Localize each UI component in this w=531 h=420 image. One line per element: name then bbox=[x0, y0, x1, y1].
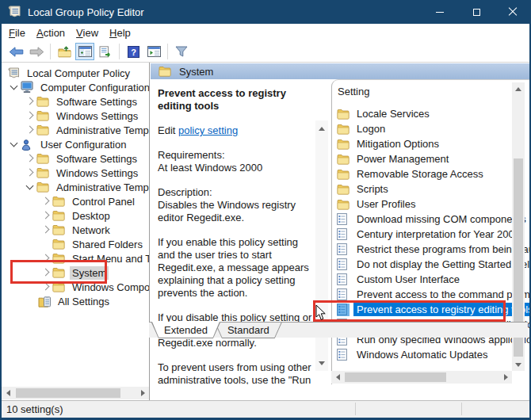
tree-item-administrative-templat[interactable]: Administrative Templat bbox=[2, 123, 149, 137]
chevron-right-icon[interactable] bbox=[22, 166, 36, 180]
list-item-logon[interactable]: Logon bbox=[332, 121, 529, 136]
list-item-scripts[interactable]: Scripts bbox=[332, 181, 529, 197]
tree-item-label: Control Panel bbox=[70, 195, 137, 208]
tree-item-network[interactable]: Network bbox=[2, 223, 149, 237]
policy-setting-link[interactable]: policy setting bbox=[178, 124, 238, 136]
list-item-windows-automatic-updates[interactable]: Windows Automatic Updates bbox=[332, 347, 529, 362]
help-button[interactable]: ? bbox=[124, 43, 143, 60]
chevron-right-icon[interactable] bbox=[22, 109, 36, 123]
show-action-pane-button[interactable] bbox=[144, 43, 163, 60]
list-item-user-profiles[interactable]: User Profiles bbox=[332, 197, 529, 212]
list-item-label: Prevent access to the command prompt bbox=[353, 288, 529, 301]
chevron-right-icon[interactable] bbox=[38, 251, 52, 265]
tree-item-system[interactable]: System bbox=[2, 265, 149, 280]
list-item-prevent-access-to-registry-editing-tools[interactable]: Prevent access to registry editing tools bbox=[332, 302, 529, 317]
policy-description-pane: Prevent access to registry editing tools… bbox=[151, 79, 317, 384]
tree-item-software-settings[interactable]: Software Settings bbox=[2, 94, 149, 109]
setting-column-header[interactable]: Setting bbox=[332, 80, 529, 101]
list-item-label: Prevent access to registry editing tools bbox=[353, 303, 529, 316]
tree-item-shared-folders[interactable]: Shared Folders bbox=[2, 237, 149, 251]
pane-divider[interactable] bbox=[149, 63, 150, 400]
list-scroll-thumb-h[interactable] bbox=[345, 372, 446, 382]
tree-item-windows-settings[interactable]: Windows Settings bbox=[2, 109, 149, 123]
chevron-right-icon[interactable] bbox=[38, 265, 52, 280]
menu-view[interactable]: View bbox=[71, 25, 104, 40]
export-list-button[interactable] bbox=[96, 43, 115, 60]
list-item-custom-user-interface[interactable]: Custom User Interface bbox=[332, 272, 529, 287]
tree-item-label: Shared Folders bbox=[70, 238, 145, 251]
filter-button[interactable] bbox=[172, 43, 191, 60]
tree-item-label: Local Computer Policy bbox=[25, 67, 132, 80]
list-item-label: Removable Storage Access bbox=[353, 167, 487, 181]
list-item-label: Download missing COM components bbox=[353, 212, 529, 226]
list-item-removable-storage-access[interactable]: Removable Storage Access bbox=[332, 166, 529, 181]
show-console-tree-button[interactable] bbox=[75, 43, 94, 60]
list-item-do-not-display-the-getting-started-welcom[interactable]: Do not display the Getting Started welco… bbox=[332, 257, 529, 272]
tree-item-label: Windows Settings bbox=[54, 109, 140, 123]
maximize-icon bbox=[473, 9, 480, 16]
scroll-left-icon[interactable] bbox=[331, 371, 344, 384]
chevron-right-icon[interactable] bbox=[38, 280, 52, 294]
scroll-up-icon[interactable] bbox=[512, 82, 525, 95]
forward-button[interactable] bbox=[27, 43, 46, 60]
up-one-level-button[interactable] bbox=[55, 43, 74, 60]
description-paragraph: To prevent users from using other admini… bbox=[158, 361, 314, 384]
tree-item-label: Network bbox=[70, 223, 113, 237]
toolbar-separator bbox=[50, 44, 51, 59]
list-item-locale-services[interactable]: Locale Services bbox=[332, 106, 529, 121]
tree-item-desktop[interactable]: Desktop bbox=[2, 208, 149, 223]
close-button[interactable] bbox=[495, 0, 531, 24]
tree-item-administrative-templat[interactable]: Administrative Templat bbox=[2, 180, 149, 194]
chevron-right-icon[interactable] bbox=[38, 223, 52, 237]
chevron-down-icon[interactable] bbox=[6, 137, 21, 151]
list-item-mitigation-options[interactable]: Mitigation Options bbox=[332, 136, 529, 151]
minimize-icon bbox=[436, 12, 444, 13]
tree-item-control-panel[interactable]: Control Panel bbox=[2, 194, 149, 208]
chevron-down-icon[interactable] bbox=[6, 80, 21, 94]
folder-icon bbox=[337, 168, 350, 181]
back-button[interactable] bbox=[6, 43, 25, 60]
list-item-century-interpretation-for-year-2000[interactable]: Century interpretation for Year 2000 bbox=[332, 227, 529, 242]
scroll-down-icon[interactable] bbox=[315, 357, 328, 369]
tree-item-local-computer-policy[interactable]: Local Computer Policy bbox=[2, 66, 149, 80]
tree-item-software-settings[interactable]: Software Settings bbox=[2, 151, 149, 166]
tree-horizontal-scrollbar[interactable] bbox=[2, 387, 149, 399]
folder-icon bbox=[52, 266, 66, 279]
tree-item-all-settings[interactable]: All Settings bbox=[2, 294, 149, 308]
menu-help[interactable]: Help bbox=[104, 25, 136, 40]
tree-item-start-menu-and-tas[interactable]: Start Menu and Tas bbox=[2, 251, 149, 265]
list-item-power-management[interactable]: Power Management bbox=[332, 151, 529, 166]
minimize-button[interactable] bbox=[422, 0, 458, 24]
chevron-right-icon[interactable] bbox=[22, 151, 36, 166]
tree-item-windows-compon[interactable]: Windows Compon bbox=[2, 280, 149, 294]
chevron-down-icon[interactable] bbox=[22, 180, 36, 194]
maximize-button[interactable] bbox=[458, 0, 495, 24]
toolbar-separator bbox=[119, 44, 120, 59]
tree-scroll-thumb[interactable] bbox=[16, 388, 120, 398]
list-horizontal-scrollbar[interactable] bbox=[331, 371, 512, 384]
scroll-up-icon[interactable] bbox=[315, 122, 328, 135]
show-console-tree-icon bbox=[78, 46, 92, 57]
scroll-down-icon[interactable] bbox=[512, 358, 525, 371]
menu-action[interactable]: Action bbox=[31, 25, 71, 40]
chevron-right-icon[interactable] bbox=[38, 208, 52, 223]
tab-standard[interactable]: Standard bbox=[215, 323, 282, 338]
scroll-left-icon[interactable] bbox=[2, 387, 14, 399]
chevron-right-icon[interactable] bbox=[22, 123, 36, 137]
chevron-right-icon[interactable] bbox=[38, 194, 52, 208]
local-group-policy-editor-window: Local Group Policy Editor FileActionView… bbox=[0, 0, 531, 420]
tab-extended[interactable]: Extended bbox=[151, 323, 220, 338]
tree-item-windows-settings[interactable]: Windows Settings bbox=[2, 166, 149, 180]
scroll-right-icon[interactable] bbox=[136, 387, 149, 399]
scroll-right-icon[interactable] bbox=[499, 371, 512, 384]
toolbar: ? bbox=[2, 41, 529, 63]
tree-item-user-configuration[interactable]: User Configuration bbox=[2, 137, 149, 151]
tree-item-computer-configuration[interactable]: Computer Configuration bbox=[2, 80, 149, 94]
menu-file[interactable]: File bbox=[3, 25, 31, 40]
forward-icon bbox=[29, 47, 44, 57]
chevron-right-icon[interactable] bbox=[22, 94, 36, 109]
list-item-prevent-access-to-the-command-prompt[interactable]: Prevent access to the command prompt bbox=[332, 287, 529, 302]
list-item-download-missing-com-components[interactable]: Download missing COM components bbox=[332, 212, 529, 227]
folder-icon bbox=[52, 195, 66, 208]
list-item-restrict-these-programs-from-being-launch[interactable]: Restrict these programs from being launc… bbox=[332, 242, 529, 257]
